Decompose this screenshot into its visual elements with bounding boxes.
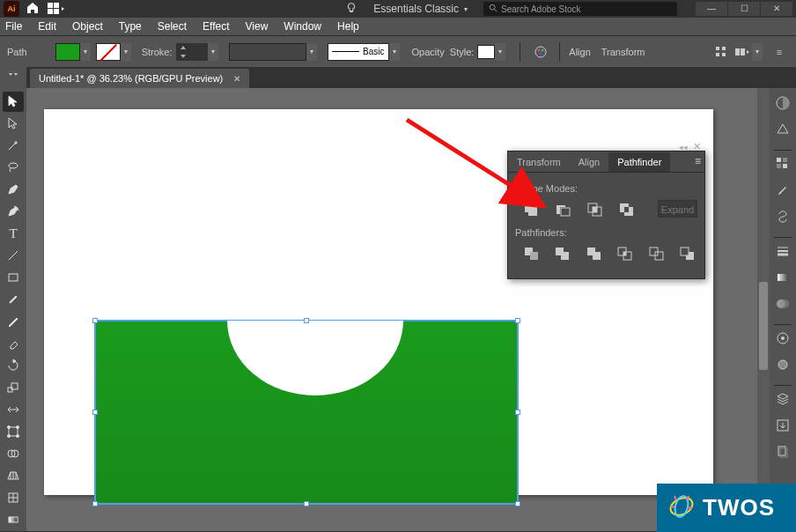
layers-panel-icon[interactable] — [773, 389, 792, 409]
variable-width-profile[interactable] — [229, 43, 306, 61]
menu-effect[interactable]: Effect — [203, 20, 229, 33]
direct-selection-tool[interactable] — [3, 114, 24, 134]
fill-dropdown[interactable]: ▾ — [80, 43, 91, 61]
panel-tab-transform[interactable]: Transform — [508, 152, 570, 172]
document-tab[interactable]: Untitled-1* @ 36.23% (RGB/GPU Preview) ✕ — [30, 69, 249, 88]
isolate-icon[interactable] — [711, 42, 731, 62]
panel-tab-pathfinder[interactable]: Pathfinder — [608, 152, 670, 172]
rotate-tool[interactable] — [3, 355, 24, 375]
shaper-tool[interactable] — [3, 312, 24, 332]
menu-view[interactable]: View — [246, 20, 269, 33]
brush-dropdown[interactable]: ▾ — [389, 43, 400, 61]
symbols-panel-icon[interactable] — [773, 207, 792, 226]
mesh-tool[interactable] — [3, 487, 24, 507]
panel-collapse-icon[interactable]: ◂◂ — [679, 143, 688, 151]
appearance-panel-icon[interactable] — [773, 329, 792, 348]
align-to-icon[interactable] — [733, 42, 752, 62]
transparency-panel-icon[interactable] — [773, 294, 792, 314]
home-icon[interactable] — [25, 1, 41, 17]
app-logo: Ai — [4, 1, 19, 17]
stroke-swatch[interactable] — [96, 43, 121, 61]
selection-handle-e[interactable] — [515, 410, 520, 415]
minus-back-button[interactable] — [679, 243, 698, 262]
color-guide-panel-icon[interactable] — [773, 120, 792, 139]
minus-front-button[interactable] — [554, 199, 573, 218]
perspective-grid-tool[interactable] — [3, 465, 24, 485]
recolor-artwork-icon[interactable] — [531, 42, 550, 62]
swatches-panel-icon[interactable] — [773, 154, 792, 174]
brush-definition[interactable]: Basic — [328, 43, 389, 61]
rectangle-tool[interactable] — [3, 268, 24, 288]
color-panel-icon[interactable] — [773, 93, 792, 113]
exclude-button[interactable] — [617, 199, 637, 218]
selection-handle-n[interactable] — [304, 318, 309, 323]
variable-width-dropdown[interactable]: ▾ — [306, 43, 317, 61]
selection-tool[interactable] — [3, 92, 24, 112]
menubar: File Edit Object Type Select Effect View… — [0, 18, 796, 35]
arrange-documents-icon[interactable] — [48, 3, 65, 15]
stroke-weight-field[interactable] — [176, 43, 208, 61]
panel-menu-icon[interactable]: ≡ — [770, 42, 789, 62]
stroke-panel-icon[interactable] — [773, 241, 792, 261]
line-segment-tool[interactable] — [3, 246, 24, 266]
pen-tool[interactable] — [3, 180, 24, 200]
tabbar-toggle[interactable] — [0, 67, 26, 88]
asset-export-panel-icon[interactable] — [773, 416, 792, 435]
graphic-style[interactable] — [477, 45, 495, 59]
workspace-switcher[interactable]: Essentials Classic ▾ — [366, 1, 475, 17]
brushes-panel-icon[interactable] — [773, 181, 792, 200]
intersect-button[interactable] — [586, 199, 605, 218]
panel-tab-align[interactable]: Align — [570, 152, 608, 172]
align-label[interactable]: Align — [569, 47, 590, 57]
pathfinder-panel[interactable]: ◂◂ ✕ Transform Align Pathfinder ≡ Shape … — [507, 151, 705, 279]
menu-file[interactable]: File — [5, 20, 22, 33]
maximize-button[interactable]: ☐ — [728, 2, 760, 16]
style-dropdown[interactable]: ▾ — [495, 43, 505, 61]
menu-type[interactable]: Type — [119, 20, 142, 33]
curvature-tool[interactable] — [3, 202, 24, 222]
menu-window[interactable]: Window — [284, 20, 321, 33]
discover-icon[interactable] — [345, 2, 357, 17]
minimize-button[interactable]: — — [696, 2, 727, 16]
gradient-panel-icon[interactable] — [773, 268, 792, 287]
scale-tool[interactable] — [3, 377, 24, 397]
fill-swatch[interactable] — [55, 43, 80, 61]
width-tool[interactable] — [3, 399, 24, 419]
tab-close-icon[interactable]: ✕ — [233, 74, 240, 84]
free-transform-tool[interactable] — [3, 421, 24, 441]
selection-handle-se[interactable] — [515, 501, 520, 506]
menu-edit[interactable]: Edit — [38, 20, 56, 33]
graphic-styles-panel-icon[interactable] — [773, 355, 792, 374]
search-input[interactable]: Search Adobe Stock — [483, 2, 677, 16]
menu-select[interactable]: Select — [158, 20, 187, 33]
align-to-dropdown[interactable]: ▾ — [752, 43, 763, 61]
selection-handle-s[interactable] — [304, 501, 309, 506]
selection-handle-w[interactable] — [92, 410, 98, 415]
menu-object[interactable]: Object — [72, 20, 103, 33]
type-tool[interactable]: T — [3, 224, 24, 244]
artboards-panel-icon[interactable] — [773, 442, 792, 462]
panel-menu-icon[interactable]: ≡ — [695, 155, 701, 167]
merge-button[interactable] — [585, 243, 604, 262]
gradient-tool[interactable] — [3, 509, 24, 529]
magic-wand-tool[interactable] — [3, 136, 24, 156]
stroke-swatch-dropdown[interactable]: ▾ — [121, 43, 131, 61]
unite-button[interactable] — [522, 199, 542, 218]
lasso-tool[interactable] — [3, 158, 24, 178]
transform-label[interactable]: Transform — [601, 47, 645, 57]
vertical-scrollbar[interactable] — [757, 88, 770, 517]
crop-button[interactable] — [616, 243, 636, 262]
stroke-dropdown[interactable]: ▾ — [208, 43, 218, 61]
close-button[interactable]: ✕ — [761, 2, 792, 16]
trim-button[interactable] — [554, 243, 573, 262]
paintbrush-tool[interactable] — [3, 290, 24, 310]
eraser-tool[interactable] — [3, 333, 24, 353]
selected-shape[interactable] — [95, 321, 518, 504]
selection-handle-nw[interactable] — [92, 318, 98, 323]
selection-handle-ne[interactable] — [515, 318, 520, 323]
shape-builder-tool[interactable] — [3, 443, 24, 463]
outline-button[interactable] — [647, 243, 667, 262]
divide-button[interactable] — [522, 243, 542, 262]
selection-handle-sw[interactable] — [92, 501, 98, 506]
menu-help[interactable]: Help — [337, 20, 359, 33]
